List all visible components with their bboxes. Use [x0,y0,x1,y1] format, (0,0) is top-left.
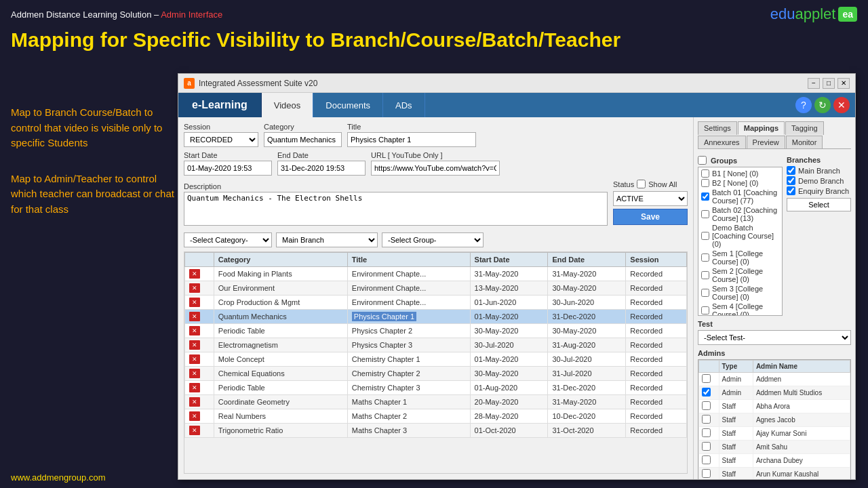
group-checkbox[interactable] [701,210,709,218]
groups-checkbox[interactable] [698,156,707,165]
group-item[interactable]: Batch 02 [Coaching Course] (13) [700,205,781,223]
group-checkbox[interactable] [701,271,709,279]
group-item[interactable]: B2 [ None] (0) [700,178,781,188]
admin-row[interactable]: Staff Amit Sahu [699,441,850,454]
tab-documents[interactable]: Documents [313,93,383,117]
title-input[interactable] [347,132,476,147]
sub-tab-monitor[interactable]: Monitor [786,136,823,148]
admin-checkbox[interactable] [702,388,711,396]
maximize-button[interactable]: □ [823,78,835,89]
admin-checkbox[interactable] [702,415,711,424]
row-delete-icon[interactable]: ✕ [189,283,200,293]
category-filter-select[interactable]: -Select Category- [184,232,272,247]
branch-item[interactable]: Demo Branch [787,176,851,185]
status-select[interactable]: ACTIVE [613,191,688,206]
branch-item[interactable]: Enquiry Branch [787,186,851,195]
table-row[interactable]: ✕ Real Numbers Maths Chapter 2 28-May-20… [185,409,687,424]
url-input[interactable] [371,161,500,176]
test-select[interactable]: -Select Test- [698,330,851,345]
table-row[interactable]: ✕ Mole Concept Chemistry Chapter 1 01-Ma… [185,352,687,367]
admin-checkbox[interactable] [702,442,711,451]
group-filter-select[interactable]: -Select Group- [382,232,484,247]
help-icon[interactable]: ? [795,97,812,113]
admin-row[interactable]: Staff Abha Arora [699,400,850,413]
table-row[interactable]: ✕ Quantum Mechanics Physics Chapter 1 01… [185,310,687,324]
table-row[interactable]: ✕ Electromagnetism Physics Chapter 3 30-… [185,338,687,352]
admin-row[interactable]: Staff Arun Kumar Kaushal [699,468,850,480]
admin-checkbox[interactable] [702,455,711,464]
table-row[interactable]: ✕ Chemical Equations Chemistry Chapter 2… [185,367,687,381]
branch-checkbox[interactable] [787,186,795,195]
admin-checkbox[interactable] [702,374,711,383]
admin-checkbox[interactable] [702,401,711,410]
description-textarea[interactable] [184,192,608,226]
minimize-button[interactable]: − [808,78,820,89]
sub-tab-tagging[interactable]: Tagging [785,121,824,135]
group-checkbox[interactable] [701,169,709,178]
group-checkbox[interactable] [701,253,709,262]
branch-item[interactable]: Main Branch [787,166,851,175]
row-delete-icon[interactable]: ✕ [189,426,200,435]
group-item[interactable]: Sem 4 [College Course] (0) [700,302,781,316]
admin-row[interactable]: Staff Agnes Jacob [699,413,850,427]
group-checkbox[interactable] [701,179,709,187]
admin-checkbox[interactable] [702,469,711,478]
close-button[interactable]: ✕ [837,78,850,89]
sidebar-text: Map to Branch Course/Batch to control th… [11,105,177,217]
table-row[interactable]: ✕ Trigonometric Ratio Maths Chapter 3 01… [185,424,687,438]
table-row[interactable]: ✕ Periodic Table Physics Chapter 2 30-Ma… [185,324,687,338]
start-date-input[interactable] [184,161,272,176]
group-checkbox[interactable] [701,232,709,240]
session-select[interactable]: RECORDED [184,132,258,147]
admin-row[interactable]: Admin Addmen [699,373,850,386]
group-item[interactable]: Sem 1 [College Course] (0) [700,249,781,266]
sub-tab-mappings[interactable]: Mappings [738,121,785,135]
close-nav-icon[interactable]: ✕ [833,97,850,113]
group-item[interactable]: Sem 3 [College Course] (0) [700,284,781,302]
row-delete-icon[interactable]: ✕ [189,354,200,364]
row-delete-icon[interactable]: ✕ [189,269,200,279]
save-button[interactable]: Save [613,209,688,225]
group-checkbox[interactable] [701,192,709,201]
select-button[interactable]: Select [787,198,851,211]
branch-checkbox[interactable] [787,166,795,175]
group-checkbox[interactable] [701,289,709,297]
table-row[interactable]: ✕ Food Making in Plants Environment Chap… [185,267,687,281]
group-checkbox[interactable] [701,306,709,314]
admin-checkbox[interactable] [702,428,711,437]
group-item[interactable]: Demo Batch [Coaching Course] (0) [700,223,781,249]
show-all-checkbox[interactable] [637,180,646,188]
row-delete-icon[interactable]: ✕ [189,397,200,407]
row-start-date: 01-Jun-2020 [470,296,548,310]
group-item[interactable]: Batch 01 [Coaching Course] (77) [700,188,781,205]
table-row[interactable]: ✕ Coordinate Geometry Maths Chapter 1 20… [185,395,687,409]
table-row[interactable]: ✕ Crop Production & Mgmt Environment Cha… [185,296,687,310]
row-delete-icon[interactable]: ✕ [189,369,200,378]
group-item[interactable]: B1 [ None] (0) [700,169,781,178]
row-delete-icon[interactable]: ✕ [189,340,200,350]
end-date-input[interactable] [277,161,366,176]
sub-tab-annexures[interactable]: Annexures [698,136,746,148]
admin-row[interactable]: Admin Addmen Multi Studios [699,386,850,400]
category-input[interactable] [264,132,342,147]
branch-filter-select[interactable]: Main Branch [276,232,378,247]
refresh-icon[interactable]: ↻ [814,97,831,113]
bottom-url: www.addmengroup.com [11,472,105,483]
row-delete-icon[interactable]: ✕ [189,411,200,421]
sub-tab-preview[interactable]: Preview [747,136,785,148]
tab-ads[interactable]: ADs [383,93,425,117]
group-item[interactable]: Sem 2 [College Course] (0) [700,266,781,284]
sub-tab-settings[interactable]: Settings [698,121,737,135]
admin-row[interactable]: Staff Ajay Kumar Soni [699,427,850,441]
table-row[interactable]: ✕ Our Environment Environment Chapte... … [185,281,687,296]
row-delete-icon[interactable]: ✕ [189,298,200,307]
row-delete-icon[interactable]: ✕ [189,326,200,336]
row-start-date: 30-May-2020 [470,324,548,338]
table-row[interactable]: ✕ Periodic Table Chemistry Chapter 3 01-… [185,381,687,395]
row-delete-icon[interactable]: ✕ [189,312,200,321]
row-end-date: 31-Aug-2020 [548,338,626,352]
row-delete-icon[interactable]: ✕ [189,383,200,392]
tab-videos[interactable]: Videos [262,93,314,117]
branch-checkbox[interactable] [787,176,795,185]
admin-row[interactable]: Staff Archana Dubey [699,454,850,468]
